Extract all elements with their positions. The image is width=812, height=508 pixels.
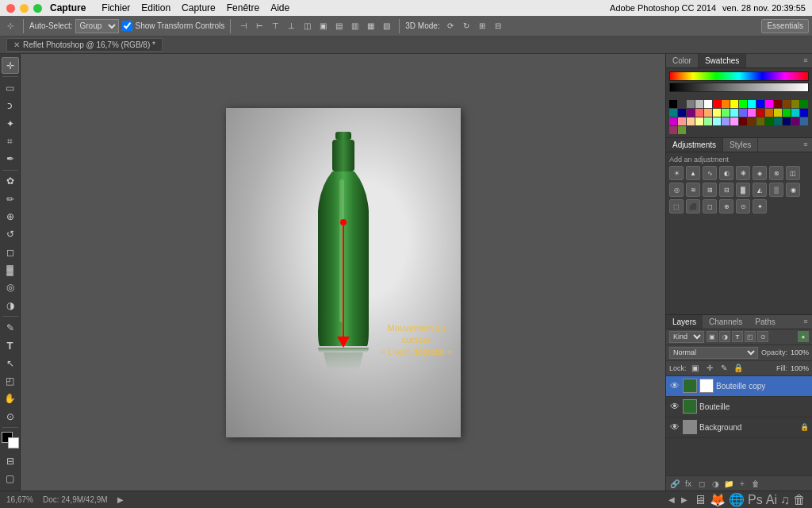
swatch-42[interactable]: [756, 117, 764, 125]
selective-color-icon[interactable]: ◉: [786, 183, 800, 197]
swatch-48[interactable]: [669, 126, 677, 134]
distribute-1-icon[interactable]: ▤: [331, 19, 346, 33]
posterize-icon[interactable]: ▓: [736, 183, 750, 197]
swatch-0[interactable]: [669, 100, 677, 108]
align-left-icon[interactable]: ⊣: [236, 19, 251, 33]
color-spectrum[interactable]: [669, 71, 809, 81]
swatch-45[interactable]: [783, 117, 791, 125]
tab-adjustments[interactable]: Adjustments: [666, 138, 723, 152]
swatch-27[interactable]: [765, 109, 773, 117]
swatch-31[interactable]: [800, 109, 808, 117]
swatch-43[interactable]: [765, 117, 773, 125]
smart-filter-icon[interactable]: ⊙: [757, 331, 768, 342]
exposure-icon[interactable]: ◐: [719, 166, 733, 180]
maximize-button[interactable]: [33, 4, 42, 13]
swatch-36[interactable]: [704, 117, 712, 125]
swatch-26[interactable]: [756, 109, 764, 117]
lock-all-icon[interactable]: 🔒: [733, 363, 744, 374]
visibility-icon-2[interactable]: 👁: [669, 401, 680, 412]
minimize-button[interactable]: [20, 4, 29, 13]
opacity-value[interactable]: 100%: [791, 348, 809, 356]
close-button[interactable]: [6, 4, 15, 13]
new-group-icon[interactable]: 📁: [723, 478, 734, 489]
adjustment-filter-icon[interactable]: ◑: [719, 331, 730, 342]
quick-select-tool[interactable]: ✦: [2, 115, 19, 132]
adj-icon-extra-3[interactable]: ◻: [703, 199, 717, 214]
document-tab[interactable]: ✕ Reflet Photoshop @ 16,7% (RGB/8) *: [6, 38, 163, 52]
3d-icon-3[interactable]: ⊞: [475, 19, 489, 33]
vibrance-icon[interactable]: ❋: [736, 166, 750, 180]
hand-tool[interactable]: ✋: [2, 391, 19, 407]
blur-tool[interactable]: ◎: [2, 279, 19, 296]
new-layer-icon[interactable]: +: [737, 478, 748, 489]
tab-close-btn[interactable]: ✕: [13, 40, 20, 49]
tab-layers[interactable]: Layers: [666, 315, 703, 329]
gradient-tool[interactable]: ▓: [2, 261, 19, 278]
background-color[interactable]: [8, 437, 19, 448]
swatch-15[interactable]: [800, 100, 808, 108]
distribute-2-icon[interactable]: ▥: [347, 19, 362, 33]
lock-art-icon[interactable]: ✎: [718, 363, 730, 374]
swatch-19[interactable]: [695, 109, 703, 117]
color-swatches[interactable]: [2, 432, 19, 448]
levels-icon[interactable]: ▲: [686, 166, 700, 180]
swatch-6[interactable]: [722, 100, 730, 108]
tab-channels[interactable]: Channels: [703, 315, 749, 329]
align-top-icon[interactable]: ⊥: [284, 19, 298, 33]
align-center-icon[interactable]: ⊢: [252, 19, 266, 33]
eraser-tool[interactable]: ◻: [2, 244, 19, 260]
distribute-3-icon[interactable]: ▦: [363, 19, 377, 33]
tab-paths[interactable]: Paths: [749, 315, 782, 329]
spot-heal-tool[interactable]: ✿: [2, 173, 19, 190]
adj-icon-extra-5[interactable]: ⊙: [736, 199, 750, 214]
transform-controls-checkbox[interactable]: [122, 21, 132, 31]
auto-select-dropdown[interactable]: GroupLayer: [75, 19, 119, 33]
gradient-map-icon[interactable]: ▒: [769, 183, 783, 197]
layer-kind-select[interactable]: Kind: [669, 331, 704, 343]
quick-mask-btn[interactable]: ⊟: [2, 452, 19, 469]
shape-filter-icon[interactable]: ◰: [745, 331, 756, 342]
swatch-3[interactable]: [695, 100, 703, 108]
swatch-40[interactable]: [739, 117, 747, 125]
3d-icon-1[interactable]: ⟳: [443, 19, 458, 33]
shape-tool[interactable]: ◰: [2, 372, 19, 389]
type-filter-icon[interactable]: T: [732, 331, 743, 342]
nav-back-icon[interactable]: ◀: [668, 495, 675, 504]
add-mask-icon[interactable]: ◻: [696, 478, 707, 489]
align-bottom-icon[interactable]: ▣: [316, 19, 330, 33]
panel-options-btn[interactable]: ≡: [799, 54, 812, 67]
visibility-icon-1[interactable]: 👁: [669, 380, 680, 391]
distribute-4-icon[interactable]: ▧: [379, 19, 393, 33]
swatch-23[interactable]: [730, 109, 738, 117]
filter-toggle[interactable]: ●: [798, 331, 809, 342]
adj-icon-extra-4[interactable]: ⊕: [719, 199, 733, 214]
eyedropper-tool[interactable]: ✒: [2, 151, 19, 167]
move-tool-icon[interactable]: ⊹: [3, 19, 17, 33]
zoom-tool[interactable]: ⊙: [2, 408, 19, 425]
swatch-17[interactable]: [678, 109, 686, 117]
3d-icon-4[interactable]: ⊟: [491, 19, 505, 33]
colorlookup-icon[interactable]: ⊞: [703, 183, 717, 197]
swatch-11[interactable]: [765, 100, 773, 108]
swatch-13[interactable]: [783, 100, 791, 108]
pen-tool[interactable]: ✎: [2, 319, 19, 336]
colorbalance-icon[interactable]: ⊗: [769, 166, 783, 180]
swatch-34[interactable]: [687, 117, 695, 125]
menu-edition[interactable]: Edition: [136, 2, 175, 13]
add-style-icon[interactable]: fx: [683, 478, 694, 489]
chrome-icon[interactable]: 🌐: [729, 492, 745, 507]
blend-mode-select[interactable]: Normal Multiply Screen: [669, 347, 758, 359]
swatch-37[interactable]: [713, 117, 721, 125]
clone-tool[interactable]: ⊕: [2, 208, 19, 225]
lock-pixels-icon[interactable]: ▣: [690, 363, 701, 374]
swatch-25[interactable]: [748, 109, 756, 117]
ps-icon[interactable]: Ps: [748, 493, 763, 507]
menu-fenetre[interactable]: Fenêtre: [222, 2, 264, 13]
tab-styles[interactable]: Styles: [723, 138, 758, 152]
lasso-tool[interactable]: ↄ: [2, 98, 19, 114]
trash-icon[interactable]: 🗑: [793, 493, 806, 507]
delete-layer-icon[interactable]: 🗑: [750, 478, 761, 489]
swatch-16[interactable]: [669, 109, 677, 117]
swatch-12[interactable]: [774, 100, 782, 108]
swatch-4[interactable]: [704, 100, 712, 108]
